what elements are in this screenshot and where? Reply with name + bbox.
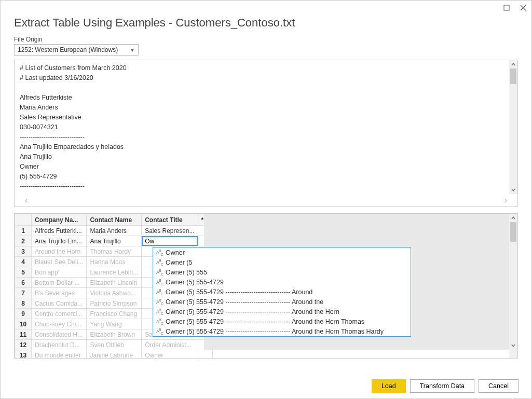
cell-company[interactable]: Bon app' [32,267,87,278]
scroll-up-icon[interactable] [509,214,517,222]
file-origin-value: 1252: Western European (Windows) [18,46,118,53]
text-type-icon: ABC [156,288,166,296]
scroll-down-icon[interactable] [509,186,517,194]
text-type-icon: ABC [156,249,166,256]
cell-contact[interactable]: Laurence Lebih... [87,267,142,278]
cell-company[interactable]: Cactus Comida... [32,298,87,309]
cell-contact[interactable]: Janine Labrune [87,350,142,359]
autocomplete-item[interactable]: ABCOwner (5 [153,257,411,267]
cell-title[interactable]: Owner [142,350,198,359]
close-icon[interactable] [518,3,528,13]
cell-title[interactable]: Sales Represen... [142,226,198,236]
cell-company[interactable]: Blauer See Deli... [32,257,87,267]
row-number: 4 [15,257,32,267]
cell-company[interactable]: Centro comerci... [32,309,87,319]
scroll-left-icon[interactable]: ‹ [23,196,30,205]
autocomplete-item[interactable]: ABCOwner (5) 555-4729 ------------------… [153,317,411,326]
autocomplete-item[interactable]: ABCOwner (5) 555 [153,267,411,277]
scroll-thumb[interactable] [510,68,516,84]
file-origin-dropdown[interactable]: 1252: Western European (Windows) ▼ [14,44,139,56]
cell-company[interactable]: B's Beverages [32,288,87,298]
cell-contact[interactable]: Victoria Ashwo... [87,288,142,298]
table-row[interactable]: 1Alfreds Futterki...Maria AndersSales Re… [15,226,213,236]
cell-contact[interactable]: Elizabeth Brown [87,329,142,340]
autocomplete-item-label: Owner (5) 555-4729 [166,279,224,286]
example-grid: Company Na... Contact Name Contact Title… [14,213,518,359]
row-number: 8 [15,298,32,309]
row-number: 10 [15,319,32,329]
row-number: 12 [15,340,32,350]
header-rownum [15,214,32,226]
file-preview: # List of Customers from March 2020 # La… [14,60,518,207]
row-number: 9 [15,309,32,319]
cell-contact[interactable]: Hanna Moos [87,257,142,267]
preview-scrollbar-horizontal[interactable]: ‹ › [23,194,509,207]
cell-company[interactable]: Drachenblut D... [32,340,87,350]
row-number: 11 [15,329,32,340]
cell-title[interactable]: Order Administ... [142,340,198,350]
grid-scrollbar-vertical[interactable] [509,214,517,350]
cell-contact[interactable]: Ana Trujillo [87,236,142,246]
scroll-down-icon[interactable] [509,341,517,350]
cell-title[interactable] [142,236,198,246]
cell-company[interactable]: Ana Trujillo Em... [32,236,87,246]
scroll-right-icon[interactable]: › [502,196,509,205]
cell-company[interactable]: Du monde entier [32,350,87,359]
cell-contact[interactable]: Elizabeth Lincoln [87,278,142,288]
cell-contact[interactable]: Thomas Hardy [87,246,142,257]
scroll-corner [509,350,517,358]
cell-company[interactable]: Bottom-Dollar ... [32,278,87,288]
cell-contact[interactable]: Francisco Chang [87,309,142,319]
row-number: 3 [15,246,32,257]
autocomplete-item-label: Owner (5) 555-4729 ---------------------… [166,328,384,335]
text-type-icon: ABC [156,259,166,266]
autocomplete-item[interactable]: ABCOwner [153,247,411,257]
autocomplete-item-label: Owner (5 [166,259,192,266]
cell-contact[interactable]: Patricio Simpson [87,298,142,309]
maximize-icon[interactable] [501,3,512,13]
autocomplete-item[interactable]: ABCOwner (5) 555-4729 [153,277,411,287]
header-contact[interactable]: Contact Name [87,214,142,226]
header-company[interactable]: Company Na... [32,214,87,226]
autocomplete-item-label: Owner (5) 555-4729 ---------------------… [166,308,339,315]
autocomplete-item[interactable]: ABCOwner (5) 555-4729 ------------------… [153,287,411,297]
cell-title-input[interactable] [142,236,197,246]
preview-scrollbar-vertical[interactable] [509,60,517,194]
table-row[interactable]: 12Drachenblut D...Sven OttliebOrder Admi… [15,340,213,350]
cell-company[interactable]: Chop-suey Chi... [32,319,87,329]
row-number: 2 [15,236,32,246]
autocomplete-item-label: Owner (5) 555-4729 ---------------------… [166,298,323,306]
table-row[interactable]: 13Du monde entierJanine LabruneOwner [15,350,213,359]
table-row[interactable]: 2Ana Trujillo Em...Ana Trujillo [15,236,213,246]
cell-contact[interactable]: Yang Wang [87,319,142,329]
row-number: 7 [15,288,32,298]
chevron-down-icon: ▼ [130,47,135,53]
autocomplete-item-label: Owner [166,249,185,256]
file-origin-label: File Origin [1,36,531,44]
text-type-icon: ABC [156,318,166,325]
cell-company[interactable]: Around the Horn [32,246,87,257]
autocomplete-popup[interactable]: ABCOwnerABCOwner (5ABCOwner (5) 555ABCOw… [153,247,411,337]
autocomplete-item[interactable]: ABCOwner (5) 555-4729 ------------------… [153,326,411,336]
transform-data-button[interactable]: Transform Data [410,379,474,393]
cell-company[interactable]: Consolidated H... [32,329,87,340]
dialog-title: Extract Table Using Examples - Customers… [1,15,531,36]
scroll-thumb[interactable] [510,222,516,242]
row-number: 13 [15,350,32,359]
autocomplete-item[interactable]: ABCOwner (5) 555-4729 ------------------… [153,307,411,317]
row-number: 1 [15,226,32,236]
cell-add-column[interactable] [198,350,212,359]
scroll-up-icon[interactable] [509,60,517,68]
cell-company[interactable]: Alfreds Futterki... [32,226,87,236]
text-type-icon: ABC [156,279,166,286]
cancel-button[interactable]: Cancel [479,379,519,393]
row-number: 5 [15,267,32,278]
cell-contact[interactable]: Sven Ottlieb [87,340,142,350]
row-number: 6 [15,278,32,288]
load-button[interactable]: Load [372,379,406,393]
text-type-icon: ABC [156,328,166,335]
autocomplete-item-label: Owner (5) 555 [166,269,207,276]
header-title[interactable]: Contact Title [142,214,198,226]
cell-contact[interactable]: Maria Anders [87,226,142,236]
autocomplete-item[interactable]: ABCOwner (5) 555-4729 ------------------… [153,297,411,307]
